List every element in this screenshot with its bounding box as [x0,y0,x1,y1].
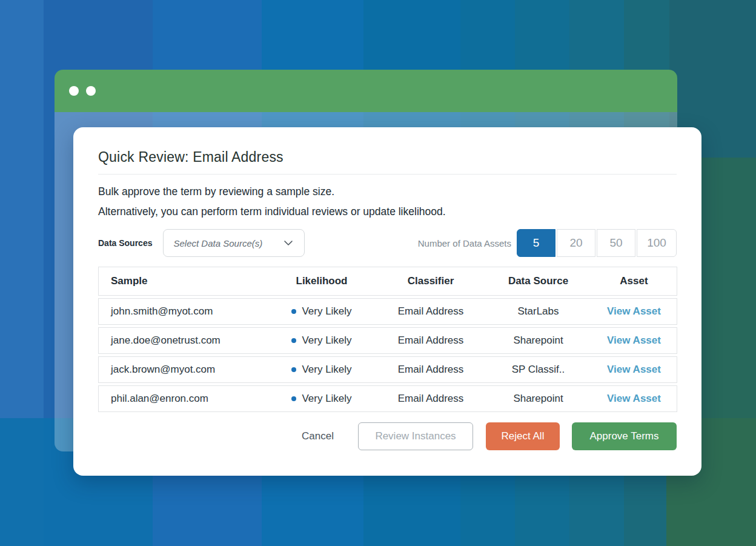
likelihood-label: Very Likely [302,364,351,376]
likelihood-cell: Very Likely [267,305,376,318]
classifier-cell: Email Address [376,305,485,318]
assets-count-group: Number of Data Assets 5 20 50 100 [418,229,677,257]
table-header-row: Sample Likelihood Classifier Data Source… [98,267,677,296]
data-source-select[interactable]: Select Data Source(s) [163,229,305,257]
data-source-cell: SP Classif.. [485,364,591,376]
view-asset-link[interactable]: View Asset [607,393,661,405]
asset-cell: View Asset [591,364,677,376]
column-header-asset: Asset [591,275,677,287]
table-row: phil.alan@enron.com Very Likely Email Ad… [98,385,677,412]
asset-cell: View Asset [591,335,677,347]
likelihood-dot-icon [291,396,296,401]
assets-count-option-20[interactable]: 20 [557,229,595,257]
background-tile [697,158,756,418]
cancel-button[interactable]: Cancel [290,422,346,450]
assets-count-option-5[interactable]: 5 [517,229,555,257]
background-tile [0,418,44,546]
asset-cell: View Asset [591,305,677,318]
window-dot-icon [69,86,79,96]
data-source-cell: Sharepoint [485,335,591,347]
table-row: jane.doe@onetrust.com Very Likely Email … [98,327,677,354]
likelihood-cell: Very Likely [267,364,376,376]
reject-all-button[interactable]: Reject All [486,422,560,450]
column-header-data-source: Data Source [485,275,591,287]
likelihood-label: Very Likely [302,393,351,405]
column-header-classifier: Classifier [376,275,485,287]
table-row: john.smith@myot.com Very Likely Email Ad… [98,298,677,325]
quick-review-modal: Quick Review: Email Address Bulk approve… [73,127,701,476]
sample-cell: phil.alan@enron.com [99,393,267,405]
controls-row: Data Sources Select Data Source(s) Numbe… [98,229,677,257]
view-asset-link[interactable]: View Asset [607,335,661,347]
sample-cell: jack.brown@myot.com [99,364,267,376]
assets-count-option-50[interactable]: 50 [597,229,635,257]
modal-description-line: Bulk approve the term by reviewing a sam… [98,185,677,198]
classifier-cell: Email Address [376,335,485,347]
desktop-background: Quick Review: Email Address Bulk approve… [0,0,756,546]
column-header-sample: Sample [99,275,267,287]
likelihood-dot-icon [291,367,296,372]
view-asset-link[interactable]: View Asset [607,364,661,376]
likelihood-label: Very Likely [302,305,351,318]
asset-cell: View Asset [591,393,677,405]
table-row: jack.brown@myot.com Very Likely Email Ad… [98,356,677,383]
modal-title: Quick Review: Email Address [98,149,677,165]
sample-cell: jane.doe@onetrust.com [99,335,267,347]
view-asset-link[interactable]: View Asset [607,305,661,318]
data-source-cell: StarLabs [485,305,591,318]
classifier-cell: Email Address [376,364,485,376]
data-source-placeholder: Select Data Source(s) [173,238,282,248]
assets-count-option-100[interactable]: 100 [637,229,677,257]
classifier-cell: Email Address [376,393,485,405]
title-divider [98,174,677,175]
sample-cell: john.smith@myot.com [99,305,267,318]
modal-footer: Cancel Review Instances Reject All Appro… [98,422,677,450]
likelihood-cell: Very Likely [267,335,376,347]
assets-count-label: Number of Data Assets [418,238,511,248]
approve-terms-button[interactable]: Approve Terms [572,422,677,450]
data-source-cell: Sharepoint [485,393,591,405]
likelihood-cell: Very Likely [267,393,376,405]
likelihood-label: Very Likely [302,335,351,347]
samples-table: Sample Likelihood Classifier Data Source… [98,267,677,414]
data-sources-label: Data Sources [98,238,152,248]
modal-description-line: Alternatively, you can perform term indi… [98,205,677,218]
window-dot-icon [86,86,96,96]
chevron-down-icon [282,237,294,249]
likelihood-dot-icon [291,338,296,343]
column-header-likelihood: Likelihood [267,275,376,287]
window-titlebar [55,70,677,112]
likelihood-dot-icon [291,309,296,314]
review-instances-button[interactable]: Review Instances [358,422,473,450]
